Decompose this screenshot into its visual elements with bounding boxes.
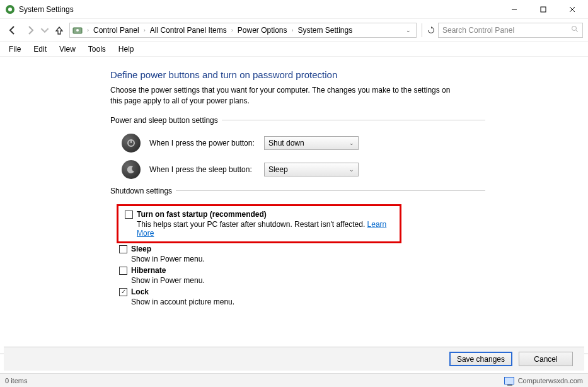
breadcrumb-item[interactable]: Power Options xyxy=(236,25,289,36)
section-shutdown: Shutdown settings xyxy=(110,187,485,195)
menu-edit[interactable]: Edit xyxy=(28,43,52,55)
fast-startup-desc: This helps start your PC faster after sh… xyxy=(137,220,367,229)
menu-help[interactable]: Help xyxy=(113,43,139,55)
sleep-icon xyxy=(122,160,141,179)
section-label: Shutdown settings xyxy=(110,187,176,195)
statusbar: 0 items Computerwsxdn.com xyxy=(0,373,588,387)
address-dropdown-icon[interactable]: ⌄ xyxy=(406,27,411,33)
menu-tools[interactable]: Tools xyxy=(83,43,111,55)
window-title: System Settings xyxy=(19,5,74,14)
breadcrumb-item[interactable]: All Control Panel Items xyxy=(149,25,228,36)
power-button-row: When I press the power button: Shut down… xyxy=(122,134,485,153)
power-button-label: When I press the power button: xyxy=(149,139,255,147)
button-bar: Save changes Cancel xyxy=(4,347,584,371)
save-changes-button[interactable]: Save changes xyxy=(449,352,512,366)
close-button[interactable] xyxy=(558,0,587,19)
sleep-button-row: When I press the sleep button: Sleep ⌄ xyxy=(122,160,485,179)
navbar: › Control Panel › All Control Panel Item… xyxy=(0,19,588,42)
fast-startup-label: Turn on fast startup (recommended) xyxy=(137,210,267,219)
breadcrumb-item[interactable]: Control Panel xyxy=(92,25,141,36)
status-left: 0 items xyxy=(5,377,27,384)
window-controls xyxy=(500,0,587,19)
sleep-option: Sleep Show in Power menu. xyxy=(119,245,485,263)
svg-point-7 xyxy=(76,29,79,32)
control-panel-icon xyxy=(72,25,83,35)
svg-point-1 xyxy=(8,8,12,11)
fast-startup-checkbox[interactable] xyxy=(125,211,133,219)
lock-desc: Show in account picture menu. xyxy=(131,297,485,306)
hibernate-option: Hibernate Show in Power menu. xyxy=(119,266,485,285)
hibernate-label: Hibernate xyxy=(131,266,166,275)
refresh-button[interactable] xyxy=(422,23,435,37)
sleep-button-label: When I press the sleep button: xyxy=(149,165,255,174)
search-placeholder: Search Control Panel xyxy=(442,26,571,35)
select-value: Shut down xyxy=(268,139,304,147)
chevron-down-icon: ⌄ xyxy=(349,166,354,173)
up-button[interactable] xyxy=(52,23,67,38)
chevron-down-icon: ⌄ xyxy=(349,140,354,146)
search-icon xyxy=(571,25,579,35)
svg-point-8 xyxy=(572,26,577,31)
power-icon xyxy=(122,134,141,153)
app-icon xyxy=(5,4,15,14)
menu-view[interactable]: View xyxy=(54,43,81,55)
content-area: Define power buttons and turn on passwor… xyxy=(0,58,588,354)
breadcrumb[interactable]: › Control Panel › All Control Panel Item… xyxy=(69,23,417,38)
lock-label: Lock xyxy=(131,287,149,296)
lock-option: Lock Show in account picture menu. xyxy=(119,287,485,306)
hibernate-checkbox[interactable] xyxy=(119,267,127,275)
chevron-right-icon[interactable]: › xyxy=(142,27,147,33)
chevron-right-icon[interactable]: › xyxy=(289,27,295,33)
hibernate-desc: Show in Power menu. xyxy=(131,276,485,285)
menu-file[interactable]: File xyxy=(4,43,26,55)
breadcrumb-item[interactable]: System Settings xyxy=(296,25,354,36)
sleep-desc: Show in Power menu. xyxy=(131,255,485,263)
search-input[interactable]: Search Control Panel xyxy=(438,23,583,38)
chevron-right-icon[interactable]: › xyxy=(85,27,91,33)
sleep-checkbox[interactable] xyxy=(119,245,127,253)
cancel-button[interactable]: Cancel xyxy=(519,352,573,366)
lock-checkbox[interactable] xyxy=(119,288,127,296)
power-button-select[interactable]: Shut down ⌄ xyxy=(264,136,359,150)
sleep-button-select[interactable]: Sleep ⌄ xyxy=(264,163,359,176)
svg-rect-3 xyxy=(541,7,546,12)
recent-dropdown[interactable] xyxy=(40,23,49,38)
select-value: Sleep xyxy=(268,165,288,174)
chevron-right-icon[interactable]: › xyxy=(229,27,235,33)
page-title: Define power buttons and turn on passwor… xyxy=(110,69,485,80)
menubar: File Edit View Tools Help xyxy=(0,42,588,57)
page-description: Choose the power settings that you want … xyxy=(110,85,457,107)
forward-button[interactable] xyxy=(23,23,38,38)
svg-line-9 xyxy=(576,30,578,32)
section-label: Power and sleep button settings xyxy=(110,116,222,125)
fast-startup-highlight: Turn on fast startup (recommended) This … xyxy=(117,204,401,243)
monitor-icon xyxy=(504,377,514,384)
status-right: Computerwsxdn.com xyxy=(518,377,583,384)
sleep-label: Sleep xyxy=(131,245,151,253)
minimize-button[interactable] xyxy=(500,0,529,19)
titlebar: System Settings xyxy=(0,0,588,19)
back-button[interactable] xyxy=(5,23,20,38)
section-power-sleep: Power and sleep button settings xyxy=(110,116,485,125)
maximize-button[interactable] xyxy=(529,0,558,19)
